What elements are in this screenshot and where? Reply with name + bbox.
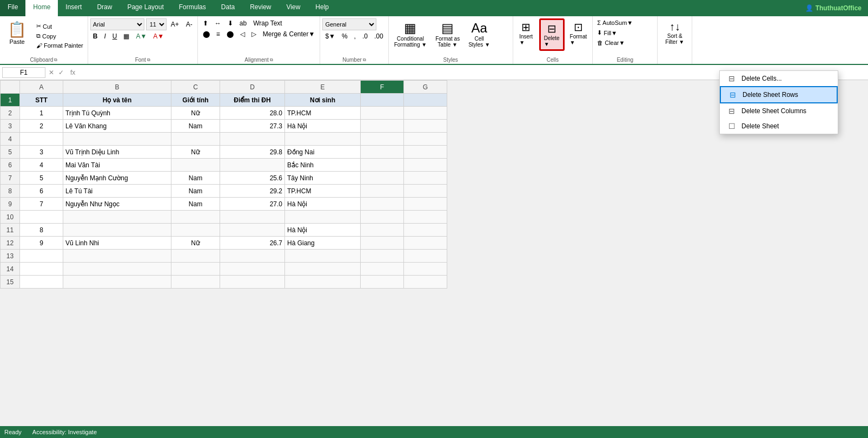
table-cell[interactable] <box>361 276 404 289</box>
table-cell[interactable] <box>361 159 404 172</box>
increase-decimal-button[interactable]: .00 <box>372 31 386 41</box>
table-cell[interactable] <box>404 146 447 159</box>
table-cell[interactable]: Vũ Trịnh Diệu Linh <box>63 146 171 159</box>
table-cell[interactable] <box>63 263 171 276</box>
row-number[interactable]: 5 <box>1 146 20 159</box>
table-cell[interactable] <box>171 250 220 263</box>
table-cell[interactable]: STT <box>20 94 63 107</box>
row-number[interactable]: 12 <box>1 237 20 250</box>
fill-color-button[interactable]: A▼ <box>133 31 149 41</box>
table-cell[interactable] <box>404 94 447 107</box>
tab-formulas[interactable]: Formulas <box>171 0 214 16</box>
table-cell[interactable]: Giới tính <box>171 94 220 107</box>
clear-button[interactable]: 🗑 Clear▼ <box>595 38 627 47</box>
table-cell[interactable]: TP.HCM <box>285 185 361 198</box>
tab-home[interactable]: Home <box>25 0 58 16</box>
table-cell[interactable] <box>220 133 285 146</box>
table-cell[interactable] <box>171 159 220 172</box>
table-cell[interactable]: Nơi sinh <box>285 94 361 107</box>
decrease-indent-button[interactable]: ◁ <box>237 29 248 39</box>
tab-page-layout[interactable]: Page Layout <box>120 0 171 16</box>
cell-styles-button[interactable]: Aa CellStyles ▼ <box>465 18 493 50</box>
table-cell[interactable] <box>220 250 285 263</box>
table-cell[interactable]: Nữ <box>171 107 220 120</box>
table-cell[interactable] <box>171 263 220 276</box>
table-cell[interactable]: 1 <box>20 107 63 120</box>
row-number[interactable]: 1 <box>1 94 20 107</box>
cell-reference-box[interactable] <box>2 67 45 78</box>
delete-sheet-rows-item[interactable]: ⊟ Delete Sheet Rows <box>720 86 838 103</box>
increase-font-button[interactable]: A+ <box>168 19 182 29</box>
format-painter-button[interactable]: 🖌 Format Painter <box>34 41 85 50</box>
conditional-formatting-button[interactable]: ▦ ConditionalFormatting ▼ <box>391 18 430 50</box>
cut-button[interactable]: ✂ Cut <box>34 22 85 31</box>
table-cell[interactable] <box>404 172 447 185</box>
table-cell[interactable]: 26.7 <box>220 237 285 250</box>
table-cell[interactable]: 28.0 <box>220 107 285 120</box>
table-cell[interactable]: Hà Giang <box>285 237 361 250</box>
table-cell[interactable]: Họ và tên <box>63 94 171 107</box>
table-cell[interactable] <box>63 250 171 263</box>
table-cell[interactable]: Tây Ninh <box>285 172 361 185</box>
merge-center-button[interactable]: Merge & Center▼ <box>260 29 318 39</box>
table-cell[interactable]: 27.3 <box>220 120 285 133</box>
table-cell[interactable]: 25.6 <box>220 172 285 185</box>
table-cell[interactable] <box>361 224 404 237</box>
copy-button[interactable]: ⧉ Copy <box>34 31 85 41</box>
row-number[interactable]: 2 <box>1 107 20 120</box>
table-cell[interactable]: Nam <box>171 120 220 133</box>
table-cell[interactable] <box>361 133 404 146</box>
table-cell[interactable] <box>20 133 63 146</box>
table-cell[interactable] <box>285 263 361 276</box>
insert-button[interactable]: ⊞ Insert▼ <box>515 18 537 51</box>
table-cell[interactable] <box>361 120 404 133</box>
align-left-button[interactable]: ⬤ <box>200 29 213 39</box>
row-number[interactable]: 4 <box>1 133 20 146</box>
row-number[interactable]: 7 <box>1 172 20 185</box>
row-number[interactable]: 3 <box>1 120 20 133</box>
table-cell[interactable] <box>220 276 285 289</box>
table-cell[interactable] <box>285 133 361 146</box>
table-cell[interactable] <box>285 250 361 263</box>
table-cell[interactable]: Nam <box>171 172 220 185</box>
table-cell[interactable]: 29.8 <box>220 146 285 159</box>
table-cell[interactable]: Hà Nội <box>285 224 361 237</box>
table-cell[interactable]: 2 <box>20 120 63 133</box>
table-cell[interactable]: Đồng Nai <box>285 146 361 159</box>
table-cell[interactable] <box>404 250 447 263</box>
table-cell[interactable] <box>220 211 285 224</box>
clipboard-expand-icon[interactable]: ⧉ <box>54 57 57 63</box>
font-expand-icon[interactable]: ⧉ <box>147 57 150 63</box>
table-cell[interactable] <box>361 107 404 120</box>
number-format-select[interactable]: General <box>322 18 376 30</box>
col-header-F[interactable]: F <box>361 81 404 94</box>
table-cell[interactable] <box>404 237 447 250</box>
col-header-G[interactable]: G <box>404 81 447 94</box>
delete-sheet-columns-item[interactable]: ⊟ Delete Sheet Columns <box>720 103 838 119</box>
table-cell[interactable] <box>171 224 220 237</box>
table-cell[interactable]: Nam <box>171 198 220 211</box>
autosum-button[interactable]: Σ AutoSum▼ <box>595 18 635 27</box>
fill-button[interactable]: ⬇ Fill▼ <box>595 28 619 37</box>
underline-button[interactable]: U <box>110 31 120 41</box>
row-number[interactable]: 10 <box>1 211 20 224</box>
table-cell[interactable]: Vũ Linh Nhi <box>63 237 171 250</box>
wrap-text-button[interactable]: Wrap Text <box>250 18 285 28</box>
row-number[interactable]: 15 <box>1 276 20 289</box>
tab-insert[interactable]: Insert <box>58 0 89 16</box>
tab-data[interactable]: Data <box>214 0 242 16</box>
table-cell[interactable] <box>361 198 404 211</box>
table-cell[interactable]: Mai Văn Tài <box>63 159 171 172</box>
table-cell[interactable]: 5 <box>20 172 63 185</box>
align-top-button[interactable]: ⬆ <box>200 18 211 28</box>
table-cell[interactable] <box>220 159 285 172</box>
table-cell[interactable]: Lê Văn Khang <box>63 120 171 133</box>
table-cell[interactable] <box>361 237 404 250</box>
table-cell[interactable] <box>361 172 404 185</box>
table-cell[interactable] <box>404 276 447 289</box>
table-cell[interactable] <box>171 133 220 146</box>
tab-view[interactable]: View <box>279 0 308 16</box>
table-cell[interactable]: Điểm thi ĐH <box>220 94 285 107</box>
table-cell[interactable] <box>20 250 63 263</box>
table-cell[interactable]: Hà Nội <box>285 198 361 211</box>
